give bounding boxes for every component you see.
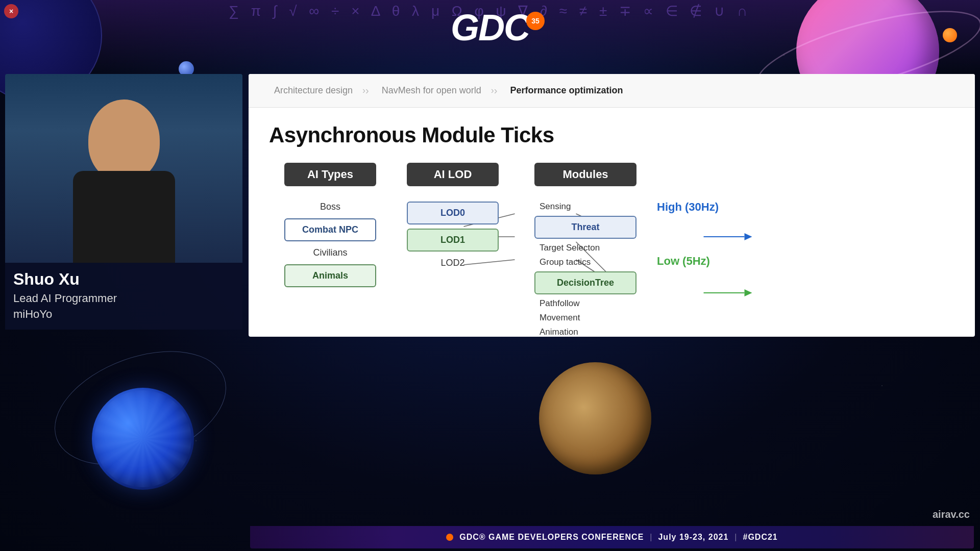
conference-hashtag: #GDC21: [743, 533, 777, 542]
watermark: airav.cc: [933, 509, 970, 520]
ai-lod-header: AI LOD: [407, 163, 499, 186]
slide-content: Asynchronous Module Ticks: [249, 108, 975, 337]
webcam-panel: Shuo Xu Lead AI Programmer miHoYo: [5, 74, 242, 349]
bottom-bar-dot: [446, 534, 453, 541]
lod0-node: LOD0: [407, 202, 499, 224]
close-icon: ×: [9, 7, 13, 15]
svg-marker-10: [745, 289, 752, 296]
pathfollow-module: Pathfollow: [534, 298, 636, 309]
ai-lod-column: AI LOD LOD0 LOD1 LOD2: [407, 163, 499, 274]
tab-navmesh[interactable]: NavMesh for open world: [372, 81, 492, 100]
diagram: AI Types Boss Combat NPC Civilians Anima…: [269, 163, 954, 326]
speaker-head: [88, 99, 160, 181]
orange-dot: [943, 28, 957, 42]
slide-panel: Architecture design › NavMesh for open w…: [249, 74, 975, 337]
modules-header: Modules: [534, 163, 636, 186]
ai-types-column: AI Types Boss Combat NPC Civilians Anima…: [284, 163, 376, 291]
combat-npc-node: Combat NPC: [284, 218, 376, 241]
conference-dates: July 19-23, 2021: [658, 533, 728, 542]
webcam-video: [5, 74, 242, 263]
divider-2: |: [734, 533, 737, 542]
high-freq-label: High (30Hz): [657, 201, 759, 214]
lod2-node: LOD2: [407, 258, 499, 268]
movement-module: Movement: [534, 313, 636, 323]
sensing-module: Sensing: [534, 202, 636, 212]
bottom-bar: GDC® GAME DEVELOPERS CONFERENCE | July 1…: [250, 526, 974, 548]
speaker-title: Lead AI Programmer miHoYo: [13, 291, 234, 322]
threat-module: Threat: [534, 216, 636, 239]
decision-tree-module: DecisionTree: [534, 271, 636, 294]
gdc-logo-text: GDC: [451, 7, 529, 48]
speaker-name: Shuo Xu: [13, 270, 234, 289]
animation-module: Animation: [534, 327, 636, 337]
lod1-node: LOD1: [407, 229, 499, 252]
speaker-body: [73, 171, 175, 263]
ai-types-header: AI Types: [284, 163, 376, 186]
close-button[interactable]: ×: [4, 4, 18, 18]
target-selection-module: Target Selecton: [534, 243, 636, 253]
divider-1: |: [650, 533, 652, 542]
slide-title: Asynchronous Module Ticks: [269, 123, 954, 147]
planet-brown: [539, 362, 651, 474]
frequency-column: High (30Hz) Low (5Hz): [657, 193, 759, 275]
speaker-info: Shuo Xu Lead AI Programmer miHoYo: [5, 263, 242, 330]
boss-node: Boss: [284, 202, 376, 212]
low-freq-label: Low (5Hz): [657, 255, 759, 268]
speaker-silhouette: [53, 89, 195, 263]
conference-name: GDC® GAME DEVELOPERS CONFERENCE: [459, 533, 644, 542]
planet-blue-sphere: [92, 388, 194, 490]
tab-architecture[interactable]: Architecture design: [264, 81, 363, 100]
group-tactics-module: Group tactics: [534, 257, 636, 267]
tab-chevron-1: ›: [365, 85, 369, 96]
civilians-node: Civilians: [284, 247, 376, 258]
modules-column: Modules Sensing Threat Target Selecton G…: [534, 163, 636, 337]
slide-tabs: Architecture design › NavMesh for open w…: [249, 74, 975, 108]
gdc-badge: 35: [526, 12, 545, 30]
tab-performance[interactable]: Performance optimization: [500, 81, 633, 100]
animals-node: Animals: [284, 264, 376, 287]
tab-chevron-2: ›: [494, 85, 498, 96]
gdc-logo: GDC 35: [451, 9, 529, 46]
